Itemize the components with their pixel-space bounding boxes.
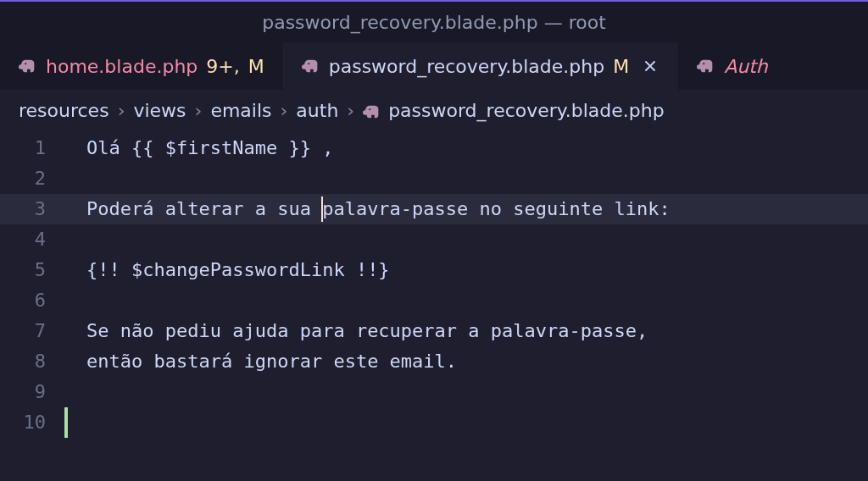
window-title-bar: password_recovery.blade.php — root (0, 2, 868, 42)
code-text: então bastará ignorar este email. (64, 346, 457, 377)
line-number: 9 (5, 377, 64, 407)
svg-point-1 (308, 63, 309, 64)
tab-modified-indicator: M (248, 56, 264, 77)
breadcrumb: resources › views › emails › auth › pass… (0, 90, 868, 128)
svg-point-3 (369, 108, 370, 110)
svg-point-2 (703, 63, 704, 64)
editor-line[interactable]: 6 (0, 285, 868, 316)
tab-filename: Auth (724, 56, 768, 77)
close-icon[interactable] (641, 57, 659, 75)
editor-line[interactable]: 7Se não pediu ajuda para recuperar a pal… (0, 316, 868, 346)
chevron-right-icon: › (281, 100, 288, 121)
line-number: 2 (5, 163, 64, 194)
editor-line[interactable]: 4 (0, 224, 868, 255)
editor-line[interactable]: 8então bastará ignorar este email. (0, 346, 868, 377)
line-number: 4 (5, 224, 64, 255)
breadcrumb-segment[interactable]: auth (296, 100, 338, 121)
tab-filename: password_recovery.blade.php (329, 56, 605, 77)
elephant-icon (697, 59, 715, 73)
editor-line[interactable]: 1Olá {{ $firstName }} , (0, 133, 868, 163)
breadcrumb-segment[interactable]: views (133, 100, 186, 121)
line-number: 3 (5, 194, 64, 224)
line-number: 6 (5, 285, 64, 316)
tab-password-recovery[interactable]: password_recovery.blade.php M (283, 42, 678, 90)
tab-home-blade[interactable]: home.blade.php 9+, M (0, 42, 283, 90)
code-editor[interactable]: 1Olá {{ $firstName }} ,23Poderá alterar … (0, 128, 868, 481)
line-number: 7 (5, 316, 64, 346)
editor-line[interactable]: 5{!! $changePasswordLink !!} (0, 255, 868, 285)
editor-line[interactable]: 2 (0, 163, 868, 194)
line-number: 1 (5, 133, 64, 163)
code-text: {!! $changePasswordLink !!} (64, 255, 390, 285)
code-text: Poderá alterar a sua palavra-passe no se… (64, 194, 670, 224)
editor-line[interactable]: 3Poderá alterar a sua palavra-passe no s… (0, 194, 868, 224)
line-number: 8 (5, 346, 64, 377)
editor-line[interactable]: 10 (0, 407, 868, 438)
elephant-icon (363, 105, 381, 119)
breadcrumb-segment[interactable]: emails (210, 100, 271, 121)
breadcrumb-segment[interactable]: resources (19, 100, 109, 121)
chevron-right-icon: › (347, 100, 354, 121)
text-cursor (321, 196, 323, 222)
elephant-icon (302, 59, 320, 73)
chevron-right-icon: › (118, 100, 125, 121)
tab-bar: home.blade.php 9+, M password_recovery.b… (0, 42, 868, 90)
tab-auth-truncated[interactable]: Auth (678, 42, 787, 90)
tab-filename: home.blade.php (46, 56, 198, 77)
line-number: 5 (5, 255, 64, 285)
tab-diff-badge: 9+, (206, 56, 239, 77)
svg-point-0 (25, 63, 26, 64)
elephant-icon (19, 59, 37, 73)
line-number: 10 (5, 407, 64, 438)
tab-modified-indicator: M (613, 56, 629, 77)
code-text: Olá {{ $firstName }} , (64, 133, 333, 163)
window-title: password_recovery.blade.php — root (262, 12, 606, 33)
editor-window: password_recovery.blade.php — root home.… (0, 0, 868, 481)
code-text: Se não pediu ajuda para recuperar a pala… (64, 316, 648, 346)
chevron-right-icon: › (195, 100, 203, 121)
breadcrumb-file[interactable]: password_recovery.blade.php (363, 100, 665, 121)
editor-line[interactable]: 9 (0, 377, 868, 407)
